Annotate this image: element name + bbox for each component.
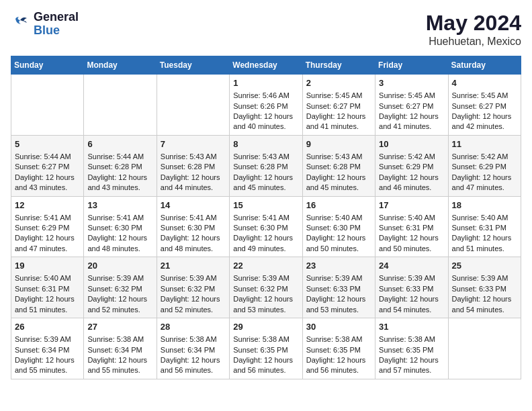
calendar-cell: 10Sunrise: 5:42 AMSunset: 6:29 PMDayligh… bbox=[375, 135, 448, 196]
day-info: Sunrise: 5:40 AM bbox=[452, 213, 517, 223]
day-number: 6 bbox=[87, 138, 152, 150]
day-info: and 41 minutes. bbox=[379, 122, 444, 132]
location: Huehuetan, Mexico bbox=[426, 36, 521, 48]
day-info: Daylight: 12 hours bbox=[233, 233, 298, 243]
calendar-cell: 1Sunrise: 5:46 AMSunset: 6:26 PMDaylight… bbox=[230, 75, 302, 136]
day-info: and 57 minutes. bbox=[379, 365, 444, 375]
day-info: Sunrise: 5:43 AM bbox=[233, 152, 298, 162]
day-info: Daylight: 12 hours bbox=[379, 294, 444, 304]
day-number: 29 bbox=[233, 321, 298, 333]
day-info: Sunrise: 5:38 AM bbox=[87, 334, 152, 345]
day-info: Sunset: 6:31 PM bbox=[379, 223, 444, 233]
day-info: Sunset: 6:32 PM bbox=[87, 284, 152, 294]
day-info: Daylight: 12 hours bbox=[87, 294, 152, 304]
logo-icon bbox=[11, 14, 31, 34]
calendar-cell: 22Sunrise: 5:39 AMSunset: 6:32 PMDayligh… bbox=[230, 257, 302, 318]
calendar-cell: 8Sunrise: 5:43 AMSunset: 6:28 PMDaylight… bbox=[230, 135, 302, 196]
day-info: and 56 minutes. bbox=[233, 365, 298, 375]
day-info: and 47 minutes. bbox=[15, 244, 80, 254]
day-info: Daylight: 12 hours bbox=[87, 173, 152, 183]
day-number: 20 bbox=[87, 260, 152, 272]
day-info: Sunrise: 5:44 AM bbox=[15, 152, 80, 162]
day-info: Daylight: 12 hours bbox=[233, 111, 298, 122]
weekday-header: Wednesday bbox=[230, 56, 302, 75]
day-info: Daylight: 12 hours bbox=[306, 173, 371, 183]
day-info: Daylight: 12 hours bbox=[233, 355, 298, 365]
calendar-cell: 5Sunrise: 5:44 AMSunset: 6:27 PMDaylight… bbox=[11, 135, 84, 196]
calendar-cell: 7Sunrise: 5:43 AMSunset: 6:28 PMDaylight… bbox=[157, 135, 229, 196]
calendar-cell: 3Sunrise: 5:45 AMSunset: 6:27 PMDaylight… bbox=[375, 75, 448, 136]
day-info: Daylight: 12 hours bbox=[306, 355, 371, 365]
day-info: and 50 minutes. bbox=[379, 244, 444, 254]
calendar-cell: 26Sunrise: 5:39 AMSunset: 6:34 PMDayligh… bbox=[11, 318, 84, 379]
weekday-header: Tuesday bbox=[157, 56, 229, 75]
day-info: and 56 minutes. bbox=[161, 365, 226, 375]
day-info: Sunset: 6:34 PM bbox=[161, 345, 226, 355]
day-number: 7 bbox=[161, 138, 226, 150]
day-info: Sunrise: 5:39 AM bbox=[87, 273, 152, 283]
weekday-header: Saturday bbox=[448, 56, 521, 75]
day-info: and 47 minutes. bbox=[452, 183, 517, 193]
day-info: Daylight: 12 hours bbox=[233, 294, 298, 304]
day-info: Sunset: 6:34 PM bbox=[15, 345, 80, 355]
calendar-cell bbox=[84, 75, 157, 136]
day-info: Daylight: 12 hours bbox=[161, 294, 226, 304]
day-number: 21 bbox=[161, 260, 226, 272]
day-info: and 53 minutes. bbox=[306, 305, 371, 315]
calendar-week-row: 26Sunrise: 5:39 AMSunset: 6:34 PMDayligh… bbox=[11, 318, 521, 379]
calendar-cell: 16Sunrise: 5:40 AMSunset: 6:30 PMDayligh… bbox=[302, 196, 375, 257]
day-info: Daylight: 12 hours bbox=[379, 355, 444, 365]
day-number: 8 bbox=[233, 138, 298, 150]
day-info: Sunset: 6:27 PM bbox=[452, 101, 517, 111]
day-number: 15 bbox=[233, 199, 298, 212]
day-info: Daylight: 12 hours bbox=[306, 233, 371, 243]
calendar-cell: 4Sunrise: 5:45 AMSunset: 6:27 PMDaylight… bbox=[448, 75, 521, 136]
day-info: Sunrise: 5:39 AM bbox=[306, 273, 371, 283]
day-number: 13 bbox=[87, 199, 152, 212]
day-info: and 52 minutes. bbox=[161, 305, 226, 315]
day-info: Daylight: 12 hours bbox=[452, 233, 517, 243]
day-info: Daylight: 12 hours bbox=[15, 233, 80, 243]
day-info: Sunset: 6:30 PM bbox=[161, 223, 226, 233]
calendar-table: SundayMondayTuesdayWednesdayThursdayFrid… bbox=[11, 56, 521, 379]
day-info: Daylight: 12 hours bbox=[306, 111, 371, 122]
day-info: and 46 minutes. bbox=[379, 183, 444, 193]
day-info: Sunrise: 5:39 AM bbox=[161, 273, 226, 283]
day-info: Sunrise: 5:43 AM bbox=[306, 152, 371, 162]
day-info: Sunrise: 5:45 AM bbox=[306, 91, 371, 101]
weekday-header: Monday bbox=[84, 56, 157, 75]
day-info: and 48 minutes. bbox=[87, 244, 152, 254]
logo: General Blue bbox=[11, 11, 79, 38]
day-info: and 51 minutes. bbox=[452, 244, 517, 254]
day-info: and 51 minutes. bbox=[15, 305, 80, 315]
month-year: May 2024 bbox=[426, 11, 521, 36]
day-info: Daylight: 12 hours bbox=[15, 294, 80, 304]
day-info: Sunset: 6:27 PM bbox=[379, 101, 444, 111]
day-info: Sunset: 6:32 PM bbox=[161, 284, 226, 294]
day-info: Sunset: 6:27 PM bbox=[306, 101, 371, 111]
day-info: Sunrise: 5:38 AM bbox=[161, 334, 226, 345]
calendar-cell: 12Sunrise: 5:41 AMSunset: 6:29 PMDayligh… bbox=[11, 196, 84, 257]
calendar-cell: 23Sunrise: 5:39 AMSunset: 6:33 PMDayligh… bbox=[302, 257, 375, 318]
day-info: and 54 minutes. bbox=[379, 305, 444, 315]
calendar-week-row: 5Sunrise: 5:44 AMSunset: 6:27 PMDaylight… bbox=[11, 135, 521, 196]
calendar-cell: 27Sunrise: 5:38 AMSunset: 6:34 PMDayligh… bbox=[84, 318, 157, 379]
calendar-cell: 15Sunrise: 5:41 AMSunset: 6:30 PMDayligh… bbox=[230, 196, 302, 257]
day-info: and 45 minutes. bbox=[306, 183, 371, 193]
day-number: 26 bbox=[15, 321, 80, 333]
day-info: Sunset: 6:28 PM bbox=[233, 162, 298, 172]
day-info: Sunrise: 5:42 AM bbox=[452, 152, 517, 162]
day-info: Sunset: 6:33 PM bbox=[452, 284, 517, 294]
day-info: Daylight: 12 hours bbox=[15, 355, 80, 365]
day-info: Sunrise: 5:38 AM bbox=[379, 334, 444, 345]
day-info: Sunset: 6:28 PM bbox=[306, 162, 371, 172]
weekday-header: Sunday bbox=[11, 56, 84, 75]
day-info: Daylight: 12 hours bbox=[452, 294, 517, 304]
day-info: Daylight: 12 hours bbox=[161, 355, 226, 365]
day-number: 10 bbox=[379, 138, 444, 150]
day-info: Sunset: 6:27 PM bbox=[15, 162, 80, 172]
day-info: and 53 minutes. bbox=[233, 305, 298, 315]
calendar-cell: 17Sunrise: 5:40 AMSunset: 6:31 PMDayligh… bbox=[375, 196, 448, 257]
day-info: and 54 minutes. bbox=[452, 305, 517, 315]
day-info: Sunset: 6:28 PM bbox=[161, 162, 226, 172]
